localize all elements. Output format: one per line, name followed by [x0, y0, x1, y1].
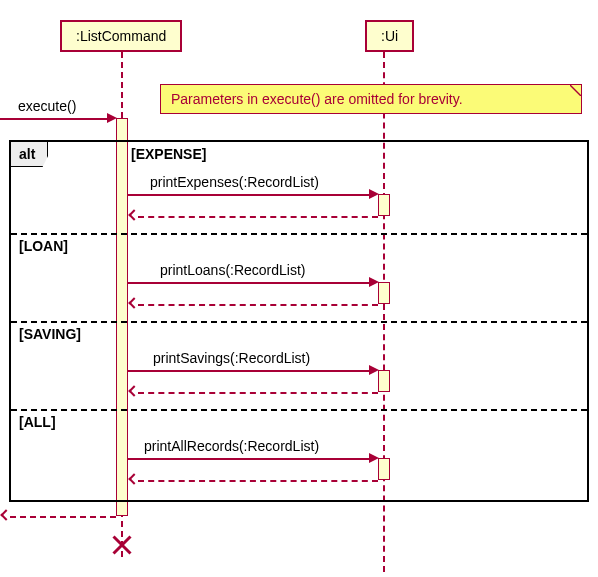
activation-ui-saving: [378, 370, 390, 392]
alt-frame-operator: alt: [10, 141, 48, 167]
activation-ui-expense: [378, 194, 390, 216]
divider-2: [11, 321, 587, 323]
participant-ui: :Ui: [365, 20, 414, 52]
msg-printallrecords-arrow: [128, 458, 369, 460]
destroy-icon: [110, 533, 134, 557]
return-execute-arrowhead-icon: [0, 509, 11, 520]
divider-3: [11, 409, 587, 411]
guard-expense: [EXPENSE]: [131, 146, 206, 162]
msg-printexpenses-arrow: [128, 194, 369, 196]
msg-printloans-arrow: [128, 282, 369, 284]
msg-execute-label: execute(): [18, 98, 76, 114]
guard-all: [ALL]: [19, 414, 56, 430]
divider-1: [11, 233, 587, 235]
activation-ui-loan: [378, 282, 390, 304]
msg-printsavings-label: printSavings(:RecordList): [153, 350, 310, 366]
return-all-arrow: [138, 480, 378, 482]
return-loan-arrow: [138, 304, 378, 306]
msg-printsavings-arrow: [128, 370, 369, 372]
guard-loan: [LOAN]: [19, 238, 68, 254]
return-saving-arrow: [138, 392, 378, 394]
msg-execute-arrow: [0, 118, 107, 120]
msg-printexpenses-label: printExpenses(:RecordList): [150, 174, 319, 190]
note-execute-params: Parameters in execute() are omitted for …: [160, 84, 582, 114]
return-execute-arrow: [10, 516, 116, 518]
msg-printloans-label: printLoans(:RecordList): [160, 262, 306, 278]
return-expense-arrow: [138, 216, 378, 218]
note-fold-icon: [569, 85, 581, 97]
guard-saving: [SAVING]: [19, 326, 81, 342]
participant-listcommand: :ListCommand: [60, 20, 182, 52]
msg-printallrecords-label: printAllRecords(:RecordList): [144, 438, 319, 454]
activation-ui-all: [378, 458, 390, 480]
